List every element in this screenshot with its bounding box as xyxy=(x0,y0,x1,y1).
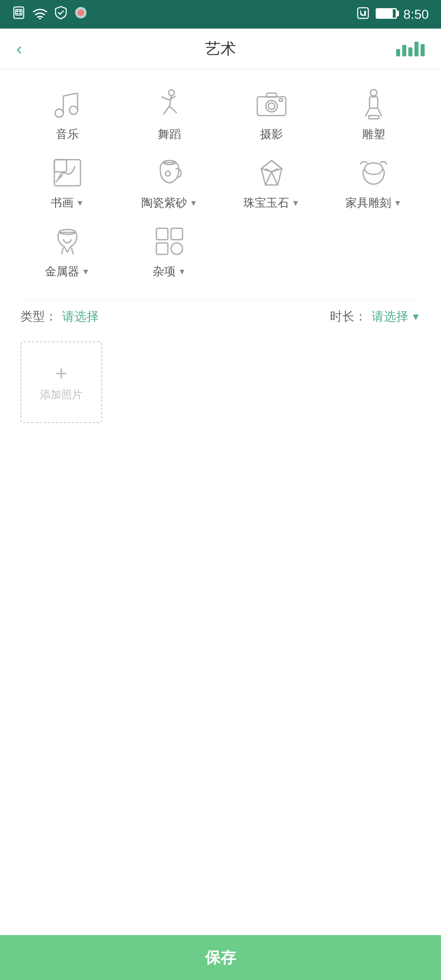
misc-dropdown-arrow: ▼ xyxy=(178,267,186,276)
category-music-label: 音乐 xyxy=(56,127,79,142)
category-photo[interactable]: 摄影 xyxy=(225,86,318,142)
filter-row: 类型： 请选择 时长： 请选择 ▼ xyxy=(20,300,421,337)
svg-point-16 xyxy=(169,90,174,96)
status-left-icons xyxy=(12,6,87,23)
svg-rect-33 xyxy=(54,160,67,172)
category-jewelry-label: 珠宝玉石 ▼ xyxy=(243,195,300,211)
svg-line-45 xyxy=(71,247,73,254)
chart-icon xyxy=(396,42,425,56)
category-photo-label: 摄影 xyxy=(260,127,283,142)
metal-icon xyxy=(47,223,88,260)
category-jewelry[interactable]: 珠宝玉石 ▼ xyxy=(225,154,318,211)
svg-point-42 xyxy=(365,163,383,174)
back-button[interactable]: ‹ xyxy=(16,39,22,59)
category-misc-label: 杂项 ▼ xyxy=(153,264,186,279)
svg-point-35 xyxy=(165,171,170,176)
svg-point-49 xyxy=(171,243,183,254)
add-photo-plus-icon: + xyxy=(55,363,67,383)
metal-dropdown-arrow: ▼ xyxy=(82,267,90,276)
category-grid: 音乐 舞蹈 xyxy=(20,86,421,279)
save-button-label: 保存 xyxy=(205,947,236,968)
status-bar: 8:50 xyxy=(0,0,441,29)
svg-rect-9 xyxy=(358,8,368,18)
svg-point-6 xyxy=(39,18,41,19)
svg-line-21 xyxy=(169,106,177,113)
duration-value[interactable]: 请选择 ▼ xyxy=(372,308,421,325)
add-photo-button[interactable]: + 添加照片 xyxy=(20,341,102,423)
category-painting[interactable]: 书画 ▼ xyxy=(20,154,114,211)
svg-point-27 xyxy=(370,89,377,96)
svg-marker-37 xyxy=(261,160,282,172)
pottery-dropdown-arrow: ▼ xyxy=(189,198,198,208)
svg-point-11 xyxy=(55,109,63,117)
svg-rect-31 xyxy=(369,116,379,119)
sim-icon xyxy=(12,6,25,22)
dance-icon xyxy=(149,86,190,122)
category-furniture[interactable]: 家具雕刻 ▼ xyxy=(327,154,421,211)
furniture-dropdown-arrow: ▼ xyxy=(394,198,402,208)
svg-rect-10 xyxy=(364,11,366,16)
main-content: 音乐 舞蹈 xyxy=(0,69,441,472)
category-sculpture[interactable]: 雕塑 xyxy=(327,86,421,142)
category-metal[interactable]: 金属器 ▼ xyxy=(20,223,114,279)
page-header: ‹ 艺术 xyxy=(0,29,441,69)
svg-line-20 xyxy=(163,106,169,114)
sculpture-icon xyxy=(353,86,394,122)
svg-line-38 xyxy=(272,172,278,185)
camera-icon xyxy=(251,86,292,122)
jewelry-icon xyxy=(251,154,292,191)
duration-dropdown-arrow: ▼ xyxy=(411,311,421,323)
category-pottery[interactable]: 陶瓷紫砂 ▼ xyxy=(122,154,216,211)
svg-rect-32 xyxy=(54,160,80,186)
svg-line-17 xyxy=(169,96,172,106)
app-icon xyxy=(74,6,87,22)
painting-dropdown-arrow: ▼ xyxy=(76,198,84,208)
painting-icon xyxy=(47,154,88,191)
category-dance-label: 舞蹈 xyxy=(158,127,181,142)
svg-line-39 xyxy=(265,172,272,185)
wifi-icon xyxy=(33,7,47,22)
svg-rect-4 xyxy=(16,13,18,14)
misc-icon xyxy=(149,223,190,260)
battery-icon xyxy=(376,7,397,22)
music-icon xyxy=(47,86,88,122)
category-sculpture-label: 雕塑 xyxy=(362,127,385,142)
category-painting-label: 书画 ▼ xyxy=(51,195,84,211)
save-button[interactable]: 保存 xyxy=(0,935,441,980)
category-misc[interactable]: 杂项 ▼ xyxy=(122,223,216,279)
status-time: 8:50 xyxy=(403,7,429,22)
status-right-icons: 8:50 xyxy=(357,7,429,22)
type-filter[interactable]: 类型： 请选择 xyxy=(20,308,99,325)
shield-icon xyxy=(55,6,67,23)
type-label: 类型： xyxy=(20,308,57,325)
svg-rect-2 xyxy=(16,10,18,12)
category-pottery-label: 陶瓷紫砂 ▼ xyxy=(141,195,198,211)
svg-point-8 xyxy=(78,9,84,16)
svg-line-15 xyxy=(63,93,78,96)
svg-rect-25 xyxy=(267,93,276,97)
svg-rect-28 xyxy=(370,97,378,108)
duration-label: 时长： xyxy=(330,308,367,325)
category-music[interactable]: 音乐 xyxy=(20,86,114,142)
svg-rect-48 xyxy=(156,243,168,254)
svg-rect-47 xyxy=(171,228,183,240)
svg-rect-5 xyxy=(19,13,21,14)
svg-point-24 xyxy=(268,103,275,109)
category-furniture-label: 家具雕刻 ▼ xyxy=(345,195,402,211)
nfc-icon xyxy=(357,7,369,22)
furniture-icon xyxy=(353,154,394,191)
category-dance[interactable]: 舞蹈 xyxy=(122,86,216,142)
svg-rect-22 xyxy=(257,97,286,116)
category-metal-label: 金属器 ▼ xyxy=(45,264,90,279)
svg-line-18 xyxy=(161,97,169,100)
svg-point-23 xyxy=(266,100,277,112)
svg-line-44 xyxy=(62,247,63,254)
svg-line-19 xyxy=(169,96,176,100)
add-photo-label: 添加照片 xyxy=(40,388,82,402)
duration-filter[interactable]: 时长： 请选择 ▼ xyxy=(330,308,421,325)
svg-rect-3 xyxy=(19,10,21,12)
type-value[interactable]: 请选择 xyxy=(62,308,99,325)
svg-rect-46 xyxy=(156,228,168,240)
page-title: 艺术 xyxy=(205,38,236,59)
pottery-icon xyxy=(149,154,190,191)
